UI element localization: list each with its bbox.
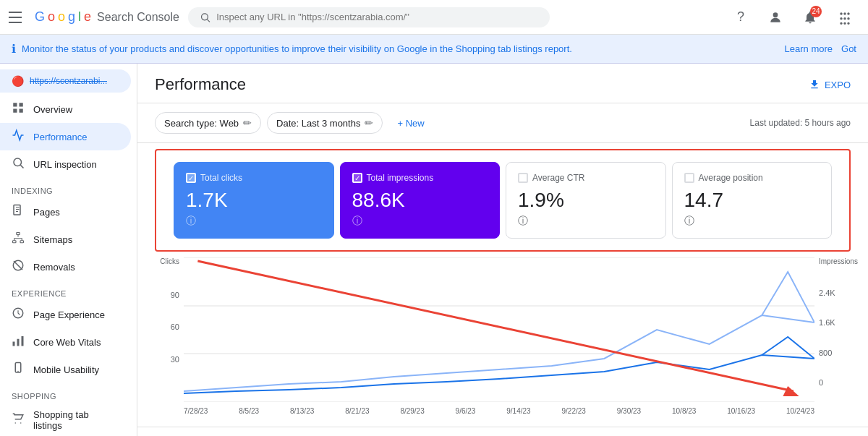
sidebar-item-mobile-usability[interactable]: Mobile Usability	[0, 356, 131, 383]
sidebar-item-url-inspection[interactable]: URL inspection	[0, 150, 131, 178]
menu-icon[interactable]	[9, 9, 26, 26]
tabs-bar: QUERIES PAGES COUNTRIES DEVICES SEARCH A…	[137, 427, 868, 436]
svg-point-21	[15, 422, 17, 424]
sidebar-item-page-experience[interactable]: Page Experience	[0, 301, 131, 328]
filters-bar: Search type: Web ✏ Date: Last 3 months ✏…	[137, 103, 868, 143]
tab-queries[interactable]: QUERIES	[137, 427, 259, 436]
last-updated: Last updated: 5 hours ago	[750, 118, 851, 128]
learn-more-link[interactable]: Learn more	[785, 43, 833, 54]
sidebar: 🔴 https://scentzarabi... Overview Perfor…	[0, 64, 137, 436]
svg-point-20	[17, 371, 19, 372]
info-icon: ℹ	[12, 42, 16, 56]
metric-average-ctr[interactable]: Average CTR 1.9% ⓘ	[506, 162, 666, 239]
got-it-link[interactable]: Got	[841, 43, 856, 54]
tab-countries[interactable]: COUNTRIES	[381, 427, 503, 436]
export-button[interactable]: EXPO	[809, 79, 851, 90]
tab-dates[interactable]: DATES	[746, 427, 868, 436]
notifications-button[interactable]: 24	[796, 3, 825, 32]
sitemaps-label: Sitemaps	[33, 234, 72, 245]
svg-rect-18	[22, 336, 24, 346]
performance-header: Performance EXPO	[137, 64, 868, 103]
notification-count: 24	[810, 6, 822, 17]
date-label: Date: Last 3 months	[276, 118, 360, 129]
tab-devices[interactable]: DEVICES	[503, 427, 624, 436]
main-content: Performance EXPO Search type: Web ✏ Date…	[137, 64, 868, 436]
total-impressions-checkbox[interactable]: ✓	[352, 173, 362, 183]
total-clicks-value: 1.7K	[186, 189, 322, 212]
search-type-filter[interactable]: Search type: Web ✏	[155, 112, 261, 134]
svg-point-7	[14, 158, 22, 166]
mobile-usability-icon	[12, 362, 25, 377]
x-label-2: 8/13/23	[290, 407, 314, 415]
metric-total-impressions[interactable]: ✓ Total impressions 88.6K ⓘ	[340, 162, 501, 239]
total-impressions-label: Total impressions	[367, 173, 434, 183]
info-banner: ℹ Monitor the status of your products an…	[0, 35, 868, 64]
account-button[interactable]	[761, 3, 790, 32]
y-right-2400: 2.4K	[819, 288, 851, 297]
apps-button[interactable]	[830, 3, 859, 32]
removals-label: Removals	[33, 262, 75, 273]
google-logo: Google Search Console	[35, 9, 179, 25]
svg-point-0	[201, 13, 208, 20]
tab-search-appearance[interactable]: SEARCH APPEARANCE	[624, 427, 746, 436]
property-url: https://scentzarabi...	[30, 76, 107, 86]
overview-label: Overview	[33, 104, 72, 115]
x-label-10: 10/16/23	[727, 407, 755, 415]
average-position-info: ⓘ	[684, 215, 820, 228]
help-button[interactable]: ?	[726, 3, 755, 32]
average-ctr-checkbox[interactable]	[518, 173, 528, 183]
y-right-0: 0	[819, 378, 851, 387]
shopping-section-label: Shopping	[0, 383, 137, 403]
metric-total-clicks[interactable]: ✓ Total clicks 1.7K ⓘ	[174, 162, 334, 239]
performance-label: Performance	[33, 132, 87, 142]
y-right-1600: 1.6K	[819, 318, 851, 327]
sidebar-item-removals[interactable]: Removals	[0, 253, 131, 281]
date-filter[interactable]: Date: Last 3 months ✏	[267, 112, 383, 134]
sidebar-item-pages[interactable]: Pages	[0, 198, 131, 226]
search-type-label: Search type: Web	[164, 118, 239, 129]
x-label-0: 7/28/23	[184, 407, 208, 415]
y-label-clicks-title: Clicks	[155, 257, 179, 265]
metrics-section: ✓ Total clicks 1.7K ⓘ ✓ Total impression…	[155, 149, 851, 252]
x-label-5: 9/6/23	[456, 407, 476, 415]
edit-icon: ✏	[243, 117, 252, 129]
core-web-vitals-icon	[12, 334, 25, 350]
property-selector[interactable]: 🔴 https://scentzarabi...	[0, 69, 131, 93]
svg-line-1	[207, 19, 209, 21]
sitemaps-icon	[12, 231, 25, 247]
new-filter-button[interactable]: + New	[388, 114, 433, 133]
svg-rect-6	[20, 109, 23, 113]
total-impressions-info: ⓘ	[352, 215, 488, 228]
y-right-800: 800	[819, 349, 851, 357]
svg-line-8	[20, 165, 23, 168]
url-search-input[interactable]	[216, 12, 538, 22]
pages-label: Pages	[33, 207, 60, 218]
y-label-60: 60	[155, 322, 179, 331]
total-clicks-checkbox[interactable]: ✓	[186, 173, 196, 183]
impressions-title: Impressions	[819, 257, 851, 265]
x-label-3: 8/21/23	[345, 407, 369, 415]
sidebar-item-core-web-vitals[interactable]: Core Web Vitals	[0, 328, 131, 356]
svg-rect-4	[20, 103, 23, 106]
metric-average-position[interactable]: Average position 14.7 ⓘ	[672, 162, 833, 239]
search-bar[interactable]	[188, 7, 550, 27]
total-impressions-value: 88.6K	[352, 189, 488, 212]
x-label-11: 10/24/23	[786, 407, 814, 415]
sidebar-item-overview[interactable]: Overview	[0, 95, 131, 123]
url-inspection-icon	[12, 156, 25, 172]
sidebar-item-shopping-tab[interactable]: Shopping tab listings	[0, 403, 131, 436]
sidebar-item-sitemaps[interactable]: Sitemaps	[0, 226, 131, 253]
performance-icon	[12, 129, 25, 145]
x-label-6: 9/14/23	[506, 407, 530, 415]
core-web-vitals-label: Core Web Vitals	[33, 337, 101, 348]
tab-pages[interactable]: PAGES	[259, 427, 380, 436]
svg-line-14	[14, 261, 22, 270]
page-title: Performance	[155, 75, 246, 94]
export-label: EXPO	[825, 80, 851, 90]
sidebar-item-performance[interactable]: Performance	[0, 123, 131, 150]
average-ctr-label: Average CTR	[532, 173, 584, 183]
average-position-checkbox[interactable]	[684, 173, 694, 183]
shopping-tab-label: Shopping tab listings	[33, 409, 119, 431]
svg-rect-11	[13, 241, 17, 243]
x-label-7: 9/22/23	[562, 407, 586, 415]
